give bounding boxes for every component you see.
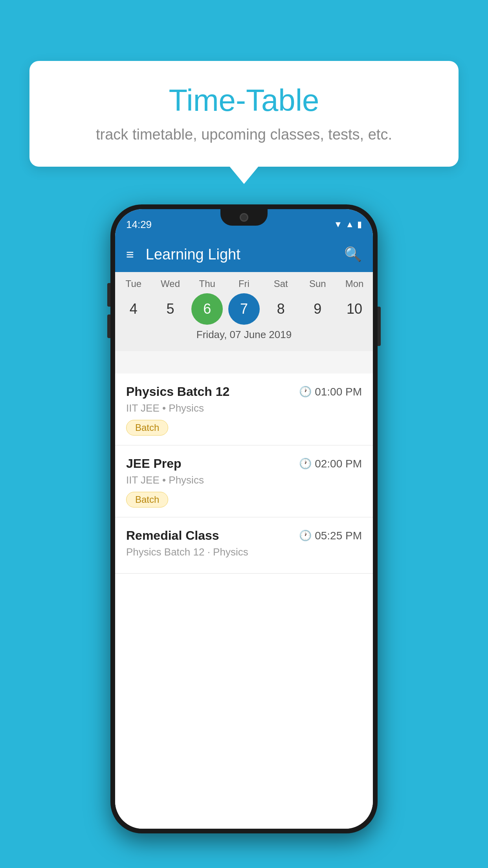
day-header-wed: Wed [155, 278, 186, 289]
phone-screen: 14:29 ▼ ▲ ▮ ≡ Learning Light 🔍 Tue Wed T… [115, 209, 373, 829]
event-meta-3: Physics Batch 12 · Physics [126, 546, 362, 558]
day-9[interactable]: 9 [302, 293, 333, 325]
event-name-3: Remedial Class [126, 528, 219, 543]
event-name-2: JEE Prep [126, 456, 182, 471]
batch-badge-1: Batch [126, 420, 168, 436]
app-bar: ≡ Learning Light 🔍 [115, 237, 373, 272]
event-meta-2: IIT JEE • Physics [126, 474, 362, 486]
phone-mockup: 14:29 ▼ ▲ ▮ ≡ Learning Light 🔍 Tue Wed T… [110, 204, 378, 833]
clock-icon-1: 🕐 [299, 386, 312, 398]
speech-subtitle: track timetable, upcoming classes, tests… [53, 126, 435, 143]
speech-bubble: Time-Table track timetable, upcoming cla… [29, 61, 459, 167]
day-header-sun: Sun [302, 278, 333, 289]
front-camera [240, 213, 248, 222]
wifi-icon: ▼ [334, 219, 342, 230]
phone-frame: 14:29 ▼ ▲ ▮ ≡ Learning Light 🔍 Tue Wed T… [110, 204, 378, 833]
power-button [378, 307, 381, 346]
day-8[interactable]: 8 [265, 293, 297, 325]
event-card-2[interactable]: JEE Prep 🕐 02:00 PM IIT JEE • Physics Ba… [115, 445, 373, 517]
day-5[interactable]: 5 [155, 293, 186, 325]
event-card-3[interactable]: Remedial Class 🕐 05:25 PM Physics Batch … [115, 517, 373, 574]
event-time-wrapper-1: 🕐 01:00 PM [299, 386, 362, 398]
day-numbers: 4 5 6 7 8 9 10 [115, 293, 373, 325]
status-icons: ▼ ▲ ▮ [334, 216, 362, 230]
signal-icon: ▲ [345, 219, 354, 230]
event-row1-2: JEE Prep 🕐 02:00 PM [126, 456, 362, 471]
batch-badge-2: Batch [126, 492, 168, 508]
event-name-1: Physics Batch 12 [126, 384, 229, 399]
day-header-fri: Fri [228, 278, 260, 289]
day-header-mon: Mon [339, 278, 370, 289]
menu-icon[interactable]: ≡ [126, 247, 134, 262]
event-row1-1: Physics Batch 12 🕐 01:00 PM [126, 384, 362, 399]
volume-down-button [107, 314, 110, 338]
event-row1-3: Remedial Class 🕐 05:25 PM [126, 528, 362, 543]
event-time-2: 02:00 PM [315, 458, 362, 470]
phone-notch [220, 209, 268, 226]
day-6-today[interactable]: 6 [191, 293, 223, 325]
event-time-wrapper-2: 🕐 02:00 PM [299, 458, 362, 470]
event-time-1: 01:00 PM [315, 386, 362, 398]
event-meta-1: IIT JEE • Physics [126, 402, 362, 414]
calendar-strip: Tue Wed Thu Fri Sat Sun Mon 4 5 6 7 8 9 … [115, 272, 373, 351]
speech-title: Time-Table [53, 83, 435, 118]
day-header-tue: Tue [118, 278, 149, 289]
search-icon[interactable]: 🔍 [344, 246, 362, 263]
battery-icon: ▮ [357, 219, 362, 230]
selected-date-label: Friday, 07 June 2019 [115, 325, 373, 346]
day-header-sat: Sat [265, 278, 297, 289]
clock-icon-2: 🕐 [299, 458, 312, 470]
event-time-3: 05:25 PM [315, 530, 362, 542]
day-header-thu: Thu [191, 278, 223, 289]
event-time-wrapper-3: 🕐 05:25 PM [299, 530, 362, 542]
events-list: Physics Batch 12 🕐 01:00 PM IIT JEE • Ph… [115, 373, 373, 829]
day-4[interactable]: 4 [118, 293, 149, 325]
clock-icon-3: 🕐 [299, 530, 312, 542]
volume-up-button [107, 283, 110, 307]
event-card-1[interactable]: Physics Batch 12 🕐 01:00 PM IIT JEE • Ph… [115, 373, 373, 445]
day-7-selected[interactable]: 7 [228, 293, 260, 325]
status-time: 14:29 [126, 215, 152, 231]
day-10[interactable]: 10 [339, 293, 370, 325]
app-title: Learning Light [146, 246, 344, 263]
day-headers: Tue Wed Thu Fri Sat Sun Mon [115, 278, 373, 289]
